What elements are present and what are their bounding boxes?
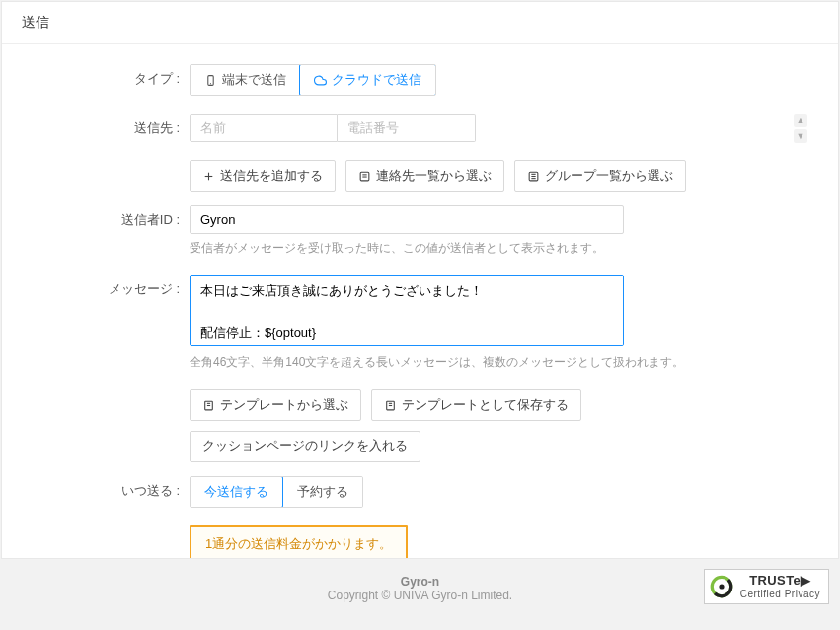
scroll-indicator: ▲▼ <box>794 114 807 143</box>
truste-title: TRUSTe▶ <box>740 574 820 588</box>
reserve-button[interactable]: 予約する <box>282 477 362 507</box>
add-recipient-button[interactable]: 送信先を追加する <box>190 160 336 192</box>
sender-id-input[interactable] <box>190 205 624 234</box>
choose-groups-button[interactable]: グループ一覧から選ぶ <box>514 160 686 192</box>
message-textarea[interactable] <box>190 275 624 346</box>
truste-icon <box>709 574 734 599</box>
choose-template-button[interactable]: テンプレートから選ぶ <box>190 389 361 421</box>
message-hint: 全角46文字、半角140文字を超える長いメッセージは、複数のメッセージとして扱わ… <box>190 354 772 371</box>
template-icon <box>202 399 215 412</box>
recipient-label: 送信先 : <box>22 114 190 137</box>
send-now-button[interactable]: 今送信する <box>190 476 283 508</box>
type-label: タイプ : <box>22 64 190 88</box>
phone-icon <box>204 74 217 87</box>
recipient-name-input[interactable] <box>190 114 338 142</box>
save-icon <box>384 399 397 412</box>
truste-sub: Certified Privacy <box>740 589 820 599</box>
cushion-link-button[interactable]: クッションページのリンクを入れる <box>190 431 420 462</box>
sender-hint: 受信者がメッセージを受け取った時に、この値が送信者として表示されます。 <box>190 240 772 257</box>
recipient-phone-input[interactable] <box>338 114 476 142</box>
contacts-icon <box>358 170 371 183</box>
fee-warning: 1通分の送信料金がかかります。 <box>190 525 408 559</box>
truste-badge[interactable]: TRUSTe▶ Certified Privacy <box>704 569 829 604</box>
send-panel: 送信 タイプ : 端末で送信 クラウドで送信 <box>1 1 839 559</box>
type-device-button[interactable]: 端末で送信 <box>191 65 300 95</box>
schedule-segmented: 今送信する 予約する <box>190 476 363 508</box>
svg-point-20 <box>719 584 724 589</box>
type-segmented: 端末で送信 クラウドで送信 <box>190 64 436 96</box>
plus-icon <box>202 170 215 183</box>
sender-label: 送信者ID : <box>22 205 190 229</box>
schedule-label: いつ送る : <box>22 476 190 500</box>
group-icon <box>527 170 540 183</box>
panel-title: 送信 <box>2 2 838 44</box>
type-cloud-button[interactable]: クラウドで送信 <box>299 64 436 96</box>
choose-contacts-button[interactable]: 連絡先一覧から選ぶ <box>345 160 504 192</box>
message-label: メッセージ : <box>22 275 190 298</box>
cloud-icon <box>314 74 327 87</box>
save-template-button[interactable]: テンプレートとして保存する <box>371 389 581 421</box>
footer: Gyro-n Copyright © UNIVA Gyro-n Limited.… <box>1 559 839 618</box>
